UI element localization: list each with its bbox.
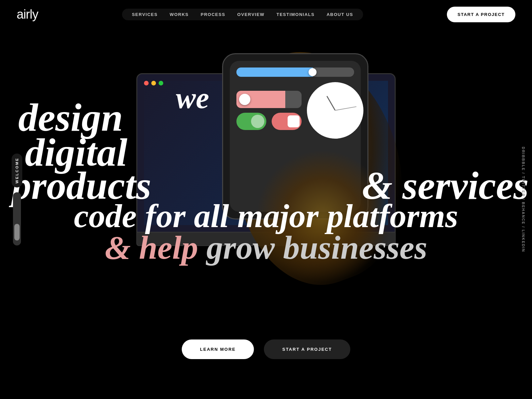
slider-blue[interactable]	[236, 67, 354, 77]
dot-close	[144, 81, 149, 85]
slider-blue-thumb	[309, 68, 317, 76]
welcome-label: WELCOME	[12, 153, 22, 187]
start-project-button[interactable]: START A PROJECT	[264, 339, 350, 359]
slider-container	[236, 91, 302, 130]
toggle-on-knob	[251, 115, 264, 128]
scroll-thumb	[14, 224, 20, 241]
learn-more-button[interactable]: LEARN MORE	[182, 339, 254, 359]
nav-cta-button[interactable]: START A PROJECT	[447, 7, 515, 22]
nav-overview[interactable]: OVERVIEW	[237, 12, 265, 17]
sidebar-left: WELCOME	[12, 153, 22, 245]
toggle-on[interactable]	[236, 113, 266, 130]
scroll-track[interactable]	[13, 193, 21, 246]
nav-process[interactable]: PROCESS	[201, 12, 225, 17]
social-links[interactable]: DRIBBBLE / TWITTER / BEHANCE / LINKEDIN	[521, 147, 525, 252]
clock-hour-hand	[327, 96, 336, 111]
device-mockup-area: we	[116, 33, 416, 332]
clock-minute-hand	[335, 106, 356, 111]
screen-we-text: we	[176, 81, 209, 115]
toggle-off-knob	[288, 115, 300, 127]
logo: airly	[17, 7, 38, 22]
hero-line-design: design	[18, 98, 123, 137]
toggle-off[interactable]	[272, 113, 302, 130]
clock-widget	[307, 82, 363, 139]
hero-section: we	[0, 0, 532, 399]
slider-pink[interactable]	[236, 91, 302, 108]
dot-minimize	[151, 81, 156, 85]
nav-testimonials[interactable]: TESTIMONIALS	[276, 12, 315, 17]
dot-maximize	[159, 81, 163, 85]
sidebar-right: DRIBBBLE / TWITTER / BEHANCE / LINKEDIN	[521, 147, 525, 252]
nav-about[interactable]: ABOUT US	[327, 12, 353, 17]
navigation: airly SERVICES WORKS PROCESS OVERVIEW TE…	[0, 0, 532, 29]
hero-line-digital: digital	[25, 133, 127, 172]
cta-buttons: LEARN MORE START A PROJECT	[182, 339, 350, 359]
nav-links: SERVICES WORKS PROCESS OVERVIEW TESTIMON…	[122, 9, 363, 20]
nav-works[interactable]: WORKS	[170, 12, 189, 17]
toggle-row	[236, 113, 302, 130]
slider-pink-thumb	[239, 94, 250, 105]
ui-controls-row	[236, 82, 354, 139]
nav-services[interactable]: SERVICES	[132, 12, 158, 17]
